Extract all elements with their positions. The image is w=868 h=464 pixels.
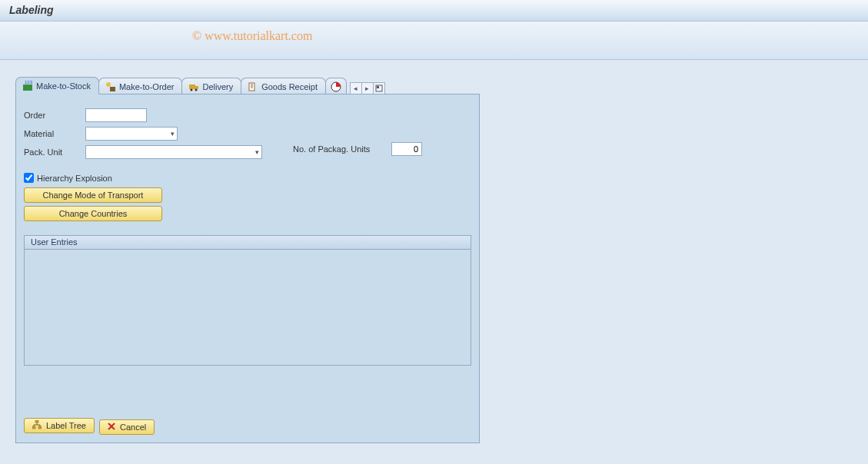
svg-point-6 <box>191 88 193 91</box>
order-input[interactable] <box>85 108 147 122</box>
tab-make-to-order[interactable]: Make-to-Order <box>98 78 183 94</box>
tab-strip: 123 Make-to-Stock Make-to-Order Delivery… <box>15 77 853 94</box>
change-transport-button[interactable]: Change Mode of Transport <box>24 187 162 203</box>
mts-icon: 123 <box>22 81 33 91</box>
tab-goods-receipt[interactable]: Goods Receipt <box>241 78 326 94</box>
tab-more[interactable] <box>325 78 347 94</box>
change-countries-button[interactable]: Change Countries <box>24 206 162 221</box>
num-packag-input[interactable] <box>391 142 422 156</box>
svg-rect-17 <box>38 426 42 429</box>
delivery-truck-icon <box>188 81 199 92</box>
mto-icon <box>105 81 116 92</box>
num-packag-label: No. of Packag. Units <box>293 144 377 154</box>
svg-rect-3 <box>110 87 115 91</box>
svg-rect-14 <box>377 86 379 88</box>
svg-point-7 <box>195 88 198 91</box>
user-entries-groupbox: User Entries <box>24 235 471 366</box>
tab-list-button[interactable] <box>373 82 385 94</box>
svg-rect-5 <box>195 86 198 89</box>
goods-receipt-icon <box>248 81 258 92</box>
order-label: Order <box>24 111 85 120</box>
svg-rect-0 <box>23 85 32 91</box>
tab-delivery[interactable]: Delivery <box>181 78 241 94</box>
tree-icon <box>32 420 42 431</box>
tab-scroll-left[interactable]: ◂ <box>350 82 362 94</box>
panel-make-to-stock: Order Material Pack. Unit No. of Packag.… <box>15 94 480 443</box>
svg-rect-15 <box>35 420 38 423</box>
hierarchy-explosion-checkbox[interactable] <box>24 173 34 183</box>
svg-rect-4 <box>189 85 195 89</box>
packunit-label: Pack. Unit <box>24 147 85 157</box>
label-tree-button[interactable]: Label Tree <box>24 418 95 433</box>
tab-label: Delivery <box>202 82 233 91</box>
tab-make-to-stock[interactable]: 123 Make-to-Stock <box>15 77 99 94</box>
user-entries-title: User Entries <box>25 236 471 250</box>
tab-label: Goods Receipt <box>261 82 318 91</box>
material-label: Material <box>24 129 85 138</box>
tab-label: Make-to-Stock <box>36 81 91 91</box>
page-title-bar: Labeling <box>0 0 868 22</box>
material-combo[interactable] <box>85 127 178 141</box>
application-toolbar <box>0 22 868 60</box>
pie-chart-icon <box>331 81 341 92</box>
hierarchy-explosion-label: Hierarchy Explosion <box>37 174 112 183</box>
cancel-button[interactable]: Cancel <box>99 419 155 435</box>
svg-point-2 <box>106 82 111 87</box>
svg-rect-16 <box>32 426 35 429</box>
packunit-combo[interactable] <box>85 145 262 159</box>
cancel-x-icon <box>108 423 115 432</box>
tab-label: Make-to-Order <box>119 82 175 91</box>
page-title: Labeling <box>9 4 54 16</box>
tab-scroll-right[interactable]: ▸ <box>361 82 374 94</box>
svg-text:123: 123 <box>25 81 33 85</box>
